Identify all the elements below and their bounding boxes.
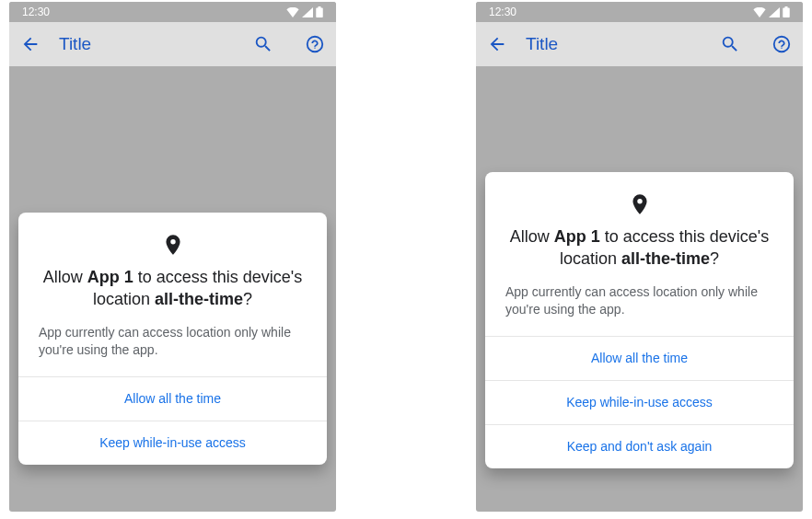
location-icon (505, 192, 773, 216)
dialog-body: Allow App 1 to access this device's loca… (485, 172, 794, 336)
permission-dialog: Allow App 1 to access this device's loca… (485, 172, 794, 468)
app-name: App 1 (554, 227, 600, 246)
permission-dialog: Allow App 1 to access this device's loca… (18, 213, 327, 465)
permission-title: Allow App 1 to access this device's loca… (505, 225, 773, 271)
app-bar: Title (476, 22, 803, 66)
permission-title: Allow App 1 to access this device's loca… (39, 266, 307, 311)
phone-left: 12:30 Title (9, 2, 336, 512)
location-icon (39, 233, 307, 257)
status-icons (286, 6, 323, 17)
status-time: 12:30 (489, 6, 516, 18)
app-name: App 1 (87, 268, 133, 286)
battery-icon (783, 6, 790, 17)
back-icon[interactable] (20, 34, 41, 54)
keep-while-in-use-button[interactable]: Keep while-in-use access (18, 421, 327, 465)
signal-icon (769, 7, 780, 17)
dialog-body: Allow App 1 to access this device's loca… (18, 213, 327, 376)
search-icon[interactable] (253, 34, 273, 54)
wifi-icon (753, 7, 766, 17)
status-bar: 12:30 (476, 2, 803, 22)
status-icons (753, 6, 790, 17)
battery-icon (316, 6, 323, 17)
help-icon[interactable] (305, 34, 325, 54)
keep-while-in-use-button[interactable]: Keep while-in-use access (485, 380, 794, 424)
back-icon[interactable] (487, 34, 507, 54)
page-title: Title (526, 34, 702, 54)
search-icon[interactable] (720, 34, 740, 54)
permission-subtitle: App currently can access location only w… (39, 324, 307, 360)
status-time: 12:30 (22, 6, 50, 18)
allow-all-time-button[interactable]: Allow all the time (485, 336, 794, 380)
status-bar: 12:30 (9, 2, 336, 22)
app-bar: Title (9, 22, 336, 66)
signal-icon (302, 7, 313, 17)
help-icon[interactable] (771, 34, 792, 54)
page-title: Title (59, 34, 235, 54)
wifi-icon (286, 7, 299, 17)
keep-dont-ask-button[interactable]: Keep and don't ask again (485, 424, 794, 468)
phone-right: 12:30 Title (476, 2, 803, 512)
permission-subtitle: App currently can access location only w… (505, 283, 773, 319)
allow-all-time-button[interactable]: Allow all the time (18, 376, 327, 421)
